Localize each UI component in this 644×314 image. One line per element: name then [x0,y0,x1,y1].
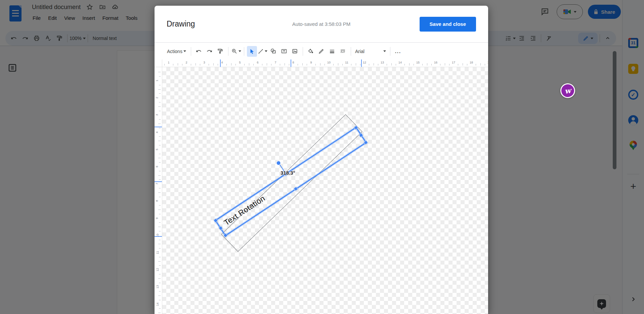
ruler-tick [467,64,467,65]
ruler-tick [191,64,191,65]
ruler-tick [158,261,161,262]
ruler-number: 10 [327,61,331,64]
ruler-tick [409,63,410,65]
ruler-tick [159,102,161,102]
ruler-tick [159,119,161,120]
ruler-number: 12 [363,61,366,64]
ruler-tick [200,64,200,65]
ruler-number: 14 [156,303,159,306]
ruler-tick [387,64,387,65]
ruler-tick [307,64,307,65]
ruler-tick [158,227,161,227]
ruler-tick [249,63,249,65]
ruler-tick [431,64,432,65]
ruler-number: 3 [155,114,159,116]
resize-handle[interactable] [213,218,218,223]
more-options-button[interactable]: ... [393,46,403,57]
font-select[interactable]: Arial [354,46,387,57]
word-counter-widget[interactable]: w [560,83,575,98]
ruler-tick [449,64,449,65]
toolbar-separator [351,47,351,56]
toolbar-separator [390,47,390,56]
ruler-tick [158,106,161,107]
horizontal-ruler[interactable]: 12345678910111213141516171819 [162,59,488,67]
ruler-number: 4 [221,61,223,64]
ruler-corner [155,59,162,67]
ruler-number: 5 [155,148,159,150]
ruler-tick [158,278,161,279]
ruler-tick [271,64,271,65]
ruler-tick [351,64,351,65]
ruler-tick [159,145,161,145]
redo-button[interactable] [205,46,215,57]
ruler-tick [173,64,173,65]
ruler-tick [338,63,338,65]
ruler-tick [369,64,369,65]
actions-caret-icon [183,50,186,52]
ruler-tick [159,93,161,94]
more-options-label: ... [395,48,401,54]
ruler-tick [159,300,161,300]
ruler-tick [422,64,423,65]
border-color-button[interactable] [316,46,327,57]
drawing-canvas[interactable]: Text Rotation 318.3° [162,67,488,314]
ruler-tick [158,296,161,296]
selection-extent-marker [155,127,162,127]
ruler-tick [356,63,356,65]
ruler-number: 19 [487,61,488,64]
actions-label: Actions [167,49,182,54]
ruler-tick [244,64,245,65]
ruler-tick [158,175,161,176]
fill-color-button[interactable] [306,46,316,57]
ruler-tick [159,205,161,206]
zoom-button[interactable] [231,46,241,57]
font-name: Arial [355,49,364,54]
ruler-tick [231,63,231,65]
dialog-toolbar: Actions [155,43,488,60]
resize-handle[interactable] [358,133,363,137]
ruler-tick [440,64,440,65]
ruler-number: 6 [155,166,159,167]
ruler-tick [396,64,396,65]
ruler-tick [226,64,227,65]
selection-extent-marker [155,181,162,182]
resize-handle[interactable] [363,140,368,145]
ruler-number: 11 [345,61,348,64]
ruler-number: 8 [292,61,294,64]
undo-button[interactable] [194,46,204,57]
ruler-tick [178,63,178,65]
ruler-tick [196,63,196,65]
ruler-tick [159,248,161,249]
ruler-number: 5 [239,61,241,64]
ruler-tick [159,136,161,137]
save-and-close-button[interactable]: Save and close [420,17,476,32]
text-box-tool[interactable] [279,46,289,57]
select-tool[interactable] [247,46,257,57]
ruler-tick [302,63,303,65]
ruler-number: 4 [155,131,159,133]
border-dash-button[interactable] [338,46,348,57]
actions-menu[interactable]: Actions [165,46,188,57]
ruler-tick [414,64,414,65]
paint-format-button[interactable] [215,46,225,57]
border-weight-button[interactable] [327,46,337,57]
ruler-tick [158,192,161,193]
ruler-tick [262,64,262,65]
ruler-tick [253,64,254,65]
ruler-tick [458,64,458,65]
ruler-number: 11 [156,251,159,254]
resize-handle[interactable] [218,226,223,230]
ruler-tick [445,63,445,65]
ruler-number: 8 [155,200,159,202]
ruler-tick [289,64,289,65]
ruler-number: 9 [310,61,312,64]
image-tool[interactable] [290,46,300,57]
ruler-number: 1 [168,61,169,64]
line-tool[interactable] [258,46,268,57]
ruler-tick [158,141,161,141]
vertical-ruler[interactable]: 1234567891011121314 [155,67,162,314]
dialog-header: Drawing Auto-saved at 3:58:03 PM Save an… [155,6,488,43]
toolbar-separator [228,47,228,56]
shape-tool[interactable] [268,46,278,57]
ruler-tick [325,64,325,65]
